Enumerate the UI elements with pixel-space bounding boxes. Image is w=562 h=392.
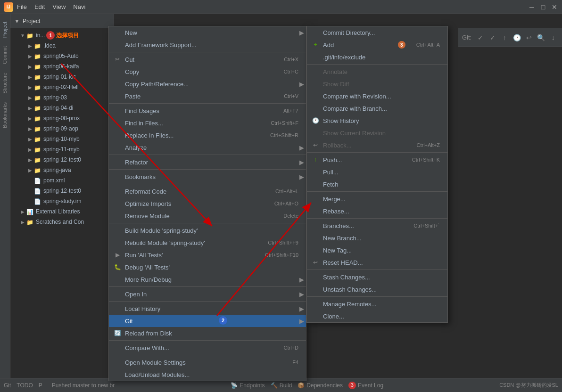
menu-item-run-tests[interactable]: ▶ Run 'All Tests' Ctrl+Shift+F10 xyxy=(109,249,306,261)
menu-item-copy[interactable]: Copy Ctrl+C xyxy=(109,65,306,78)
expand-arrow[interactable]: ▶ xyxy=(27,126,33,131)
tree-item-spring12test0[interactable]: ▶ 📄 spring-12-test0 xyxy=(10,186,114,196)
tree-item-spring-study-im[interactable]: ▶ 📄 spring-study.im xyxy=(10,196,114,206)
tree-item-spring11[interactable]: ▶ 📁 spring-11-myb xyxy=(10,144,114,155)
menu-item-rebuild-module[interactable]: Rebuild Module 'spring-study' Ctrl+Shift… xyxy=(109,237,306,249)
todo-status[interactable]: TODO xyxy=(17,382,33,389)
menu-item-optimize[interactable]: Optimize Imports Ctrl+Alt+O xyxy=(109,197,306,210)
git-menu-merge[interactable]: Merge... xyxy=(307,193,447,205)
menu-bar[interactable]: File Edit View Navi xyxy=(17,3,85,10)
git-menu-push[interactable]: ↑ Push... Ctrl+Shift+K xyxy=(307,154,447,166)
git-menu-commit-dir[interactable]: Commit Directory... xyxy=(307,26,447,39)
menu-edit[interactable]: Edit xyxy=(34,3,45,10)
menu-item-open-module-settings[interactable]: Open Module Settings F4 xyxy=(109,356,306,368)
menu-item-add-framework[interactable]: Add Framework Support... xyxy=(109,39,306,51)
git-status[interactable]: Git xyxy=(4,382,11,389)
git-menu-rebase[interactable]: Rebase... xyxy=(307,205,447,217)
git-menu-compare-branch[interactable]: Compare with Branch... xyxy=(307,102,447,114)
menu-item-reformat[interactable]: Reformat Code Ctrl+Alt+L xyxy=(109,185,306,197)
tree-item-root[interactable]: ▼ 📁 in... 1 选择项目 xyxy=(10,30,114,41)
git-menu-fetch[interactable]: Fetch xyxy=(307,178,447,190)
expand-arrow[interactable]: ▶ xyxy=(20,219,25,225)
event-log-label[interactable]: Event Log xyxy=(358,382,383,389)
toolbar-search-icon[interactable]: 🔍 xyxy=(536,32,546,43)
menu-item-analyze[interactable]: Analyze ▶ xyxy=(109,141,306,154)
tree-item-spring05[interactable]: ▶ 📁 spring05-Auto xyxy=(10,51,114,61)
minimize-button[interactable]: ─ xyxy=(528,3,536,11)
tree-item-spring03[interactable]: ▶ 📁 spring-03 xyxy=(10,92,114,103)
menu-item-cut[interactable]: ✂ Cut Ctrl+X xyxy=(109,53,306,65)
toolbar-down-icon[interactable]: ↓ xyxy=(548,32,558,43)
expand-arrow[interactable]: ▶ xyxy=(20,209,25,214)
tree-item-spring02[interactable]: ▶ 📁 spring-02-Hell xyxy=(10,82,114,92)
git-menu-clone[interactable]: Clone... xyxy=(307,310,447,322)
git-menu-unstash[interactable]: Unstash Changes... xyxy=(307,283,447,295)
expand-arrow[interactable]: ▶ xyxy=(27,115,33,121)
menu-item-copy-path[interactable]: Copy Path/Reference... ▶ xyxy=(109,78,306,90)
todo-bottom-label[interactable]: TODO xyxy=(17,382,33,389)
tree-item-spring09[interactable]: ▶ 📁 spring-09-aop xyxy=(10,123,114,134)
menu-item-new[interactable]: New ▶ xyxy=(109,26,306,39)
endpoints-label[interactable]: Endpoints xyxy=(240,382,264,389)
tree-item-spring04[interactable]: ▶ 📁 spring-04-di xyxy=(10,103,114,113)
git-menu-reset-head[interactable]: ↩ Reset HEAD... xyxy=(307,256,447,269)
build-status[interactable]: 🔨 Build xyxy=(271,382,292,389)
menu-item-bookmarks[interactable]: Bookmarks ▶ xyxy=(109,171,306,183)
expand-arrow[interactable]: ▶ xyxy=(27,147,33,152)
maximize-button[interactable]: □ xyxy=(539,3,547,11)
build-label[interactable]: Build xyxy=(280,382,292,389)
toolbar-checkmark1[interactable]: ✓ xyxy=(475,32,486,43)
git-menu-pull[interactable]: Pull... xyxy=(307,166,447,178)
expand-arrow[interactable]: ▶ xyxy=(27,167,33,173)
menu-item-find-in-files[interactable]: Find in Files... Ctrl+Shift+F xyxy=(109,117,306,129)
menu-item-compare-with[interactable]: Compare With... Ctrl+D xyxy=(109,342,306,354)
vtab-structure[interactable]: Structure xyxy=(0,69,10,98)
menu-item-debug-tests[interactable]: 🐛 Debug 'All Tests' xyxy=(109,261,306,273)
menu-item-local-history[interactable]: Local History ▶ xyxy=(109,302,306,315)
git-bottom-label[interactable]: Git xyxy=(4,382,11,389)
vtab-bookmarks[interactable]: Bookmarks xyxy=(0,98,10,132)
toolbar-rollback-icon[interactable]: ↩ xyxy=(524,32,534,43)
menu-item-more-run[interactable]: More Run/Debug ▶ xyxy=(109,273,306,286)
toolbar-push-icon[interactable]: ↑ xyxy=(500,32,510,43)
problems-status[interactable]: P xyxy=(39,382,42,389)
toolbar-history-icon[interactable]: 🕐 xyxy=(512,32,522,43)
tree-item-idea[interactable]: ▶ 📁 .idea xyxy=(10,41,114,51)
expand-arrow[interactable]: ▶ xyxy=(27,64,33,69)
tree-item-pom[interactable]: ▶ 📄 pom.xml xyxy=(10,175,114,186)
event-log-status[interactable]: 3 Event Log xyxy=(348,382,383,389)
git-menu-manage-remotes[interactable]: Manage Remotes... xyxy=(307,298,447,310)
tree-item-spring06[interactable]: ▶ 📁 spring06-kaifa xyxy=(10,61,114,72)
expand-arrow[interactable]: ▶ xyxy=(27,84,33,90)
expand-arrow[interactable]: ▶ xyxy=(27,136,33,142)
menu-item-replace-in-files[interactable]: Replace in Files... Ctrl+Shift+R xyxy=(109,129,306,141)
close-button[interactable]: ✕ xyxy=(551,3,558,11)
tree-item-spring08[interactable]: ▶ 📁 spring-08-prox xyxy=(10,113,114,123)
tree-item-spring01[interactable]: ▶ 📁 spring-01-ioc xyxy=(10,72,114,82)
menu-item-git[interactable]: Git 2 ▶ xyxy=(109,315,306,327)
git-menu-exclude[interactable]: .git/info/exclude xyxy=(307,51,447,63)
git-menu-new-branch[interactable]: New Branch... xyxy=(307,232,447,244)
git-menu-stash[interactable]: Stash Changes... xyxy=(307,271,447,283)
expand-arrow[interactable]: ▼ xyxy=(20,33,25,38)
dependencies-label[interactable]: Dependencies xyxy=(306,382,343,389)
tree-item-spring-java[interactable]: ▶ 📁 spring-java xyxy=(10,165,114,175)
expand-arrow[interactable]: ▶ xyxy=(27,157,33,163)
endpoints-status[interactable]: 📡 Endpoints xyxy=(231,382,264,389)
menu-item-reload[interactable]: 🔄 Reload from Disk xyxy=(109,327,306,339)
dependencies-status[interactable]: 📦 Dependencies xyxy=(298,382,343,389)
tree-item-spring10[interactable]: ▶ 📁 spring-10-myb xyxy=(10,134,114,144)
tree-item-scratches[interactable]: ▶ 📁 Scratches and Con xyxy=(10,217,114,227)
menu-item-find-usages[interactable]: Find Usages Alt+F7 xyxy=(109,105,306,117)
expand-arrow[interactable]: ▶ xyxy=(27,105,33,111)
tree-item-ext-libs[interactable]: ▶ 📊 External Libraries xyxy=(10,206,114,217)
expand-arrow[interactable]: ▶ xyxy=(27,74,33,80)
menu-file[interactable]: File xyxy=(17,3,27,10)
problems-bottom-label[interactable]: P xyxy=(39,382,42,389)
menu-item-build-module[interactable]: Build Module 'spring-study' xyxy=(109,224,306,237)
git-menu-add[interactable]: + Add 3 Ctrl+Alt+A xyxy=(307,39,447,51)
menu-item-remove-module[interactable]: Remove Module Delete xyxy=(109,210,306,222)
menu-view[interactable]: View xyxy=(52,3,66,10)
git-menu-branches[interactable]: Branches... Ctrl+Shift+` xyxy=(307,220,447,232)
menu-item-load-unload[interactable]: Load/Unload Modules... xyxy=(109,368,306,381)
